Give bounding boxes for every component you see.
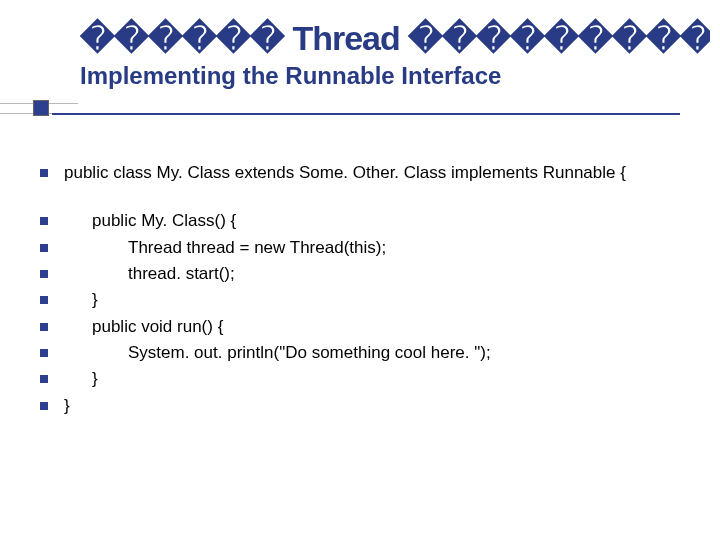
bullet-icon <box>40 217 48 225</box>
code-text: public void run() { <box>64 314 223 340</box>
slide-body: public class My. Class extends Some. Oth… <box>40 160 690 419</box>
code-text: } <box>64 287 98 313</box>
code-text: public class My. Class extends Some. Oth… <box>64 160 626 186</box>
code-line: public class My. Class extends Some. Oth… <box>40 160 690 186</box>
title-line2: Implementing the Runnable Interface <box>80 62 710 90</box>
bullet-icon <box>40 270 48 278</box>
title-line1: ������ Thread ��������� <box>80 18 710 58</box>
code-text: Thread thread = new Thread(this); <box>64 235 386 261</box>
code-line: } <box>40 366 690 392</box>
bullet-icon <box>40 402 48 410</box>
code-line: thread. start(); <box>40 261 690 287</box>
title-underline <box>52 113 680 115</box>
bullet-icon <box>40 323 48 331</box>
code-text: } <box>64 366 98 392</box>
code-line: public void run() { <box>40 314 690 340</box>
bullet-icon <box>40 244 48 252</box>
bullet-icon <box>40 169 48 177</box>
code-text: } <box>64 393 70 419</box>
bullet-icon <box>40 349 48 357</box>
slide-title: ������ Thread ��������� Implementing the… <box>80 18 710 90</box>
code-text: public My. Class() { <box>64 208 236 234</box>
code-line: } <box>40 287 690 313</box>
bullet-icon <box>40 375 48 383</box>
code-line: public My. Class() { <box>40 208 690 234</box>
code-line: Thread thread = new Thread(this); <box>40 235 690 261</box>
code-text: thread. start(); <box>64 261 235 287</box>
code-line: System. out. println("Do something cool … <box>40 340 690 366</box>
bullet-icon <box>40 296 48 304</box>
code-text: System. out. println("Do something cool … <box>64 340 491 366</box>
code-line: } <box>40 393 690 419</box>
slide: ������ Thread ��������� Implementing the… <box>0 0 720 540</box>
